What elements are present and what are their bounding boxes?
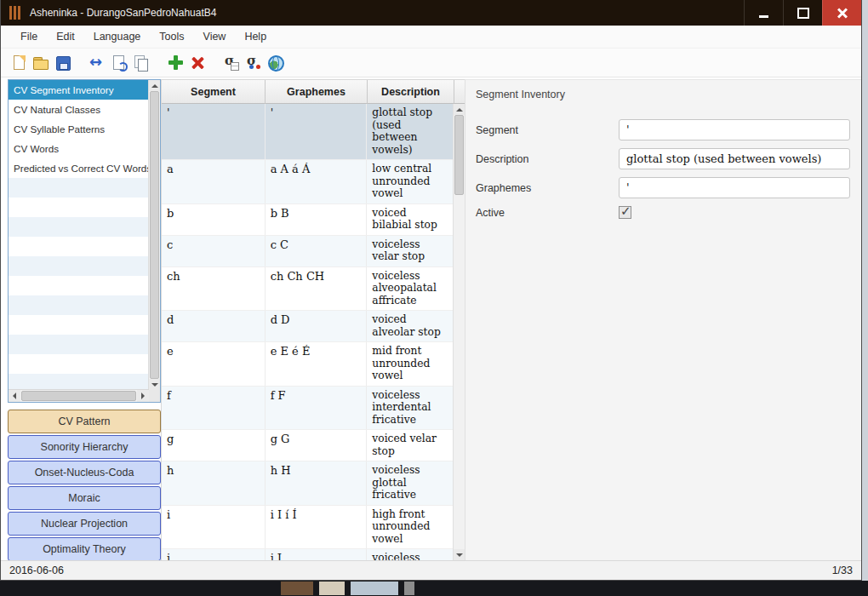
segment-cell[interactable]: ' (162, 104, 266, 159)
graphemes-input[interactable] (619, 177, 850, 198)
menu-item[interactable]: Tools (150, 27, 193, 46)
description-cell[interactable]: voiceless alveopalatal affricate (367, 267, 454, 311)
segment-cell[interactable]: a (162, 160, 266, 203)
segment-row[interactable]: h h H voiceless glottal fricative (162, 461, 454, 506)
description-cell[interactable]: voiceless glottal fricative (367, 461, 454, 505)
globe-icon[interactable] (266, 53, 285, 73)
approach-button[interactable]: Sonority Hierarchy (8, 435, 161, 459)
approach-button[interactable]: Nuclear Projection (8, 512, 161, 536)
sidebar-view-item[interactable]: CV Natural Classes (9, 100, 149, 119)
sidebar-view-item[interactable]: CV Syllable Patterns (9, 119, 149, 139)
segment-row[interactable]: g g G voiced velar stop (162, 430, 454, 461)
taskbar-thumbnail[interactable] (351, 582, 398, 595)
graphemes-cell[interactable]: c C (266, 236, 368, 266)
graphemes-cell[interactable]: g G (266, 430, 368, 461)
graphemes-cell[interactable]: b B (266, 204, 368, 235)
graphemes-cell[interactable]: e E é É (266, 342, 368, 386)
description-cell[interactable]: voiceless velar stop (367, 236, 454, 266)
segment-cell[interactable]: ch (162, 267, 266, 311)
description-cell[interactable]: voiceless glottal fricative (367, 549, 454, 560)
close-button[interactable] (822, 0, 861, 26)
description-cell[interactable]: voiced alveolar stop (367, 311, 454, 341)
segment-cell[interactable]: i (162, 506, 266, 549)
description-cell[interactable]: mid front unrounded vowel (367, 342, 454, 386)
segment-row[interactable]: b b B voiced bilabial stop (162, 204, 454, 236)
menu-item[interactable]: Help (235, 27, 276, 46)
scroll-right-button[interactable] (137, 390, 149, 402)
segment-cell[interactable]: c (162, 236, 266, 266)
graphemes-cell[interactable]: a A á Á (266, 160, 368, 203)
approach-button[interactable]: Onset-Nucleus-Coda (8, 461, 161, 484)
approach-button[interactable]: Moraic (8, 486, 161, 510)
sidebar-scroll-down-button[interactable] (149, 379, 160, 390)
sidebar-view-item[interactable]: CV Words (9, 139, 149, 158)
table-vertical-scrollbar[interactable] (453, 104, 465, 560)
graphemes-cell[interactable]: f F (266, 387, 368, 430)
segment-cell[interactable]: h (162, 461, 266, 505)
taskbar-thumbnail[interactable] (404, 582, 414, 595)
segment-row[interactable]: ' ' glottal stop (used between vowels) (162, 104, 454, 160)
minimize-button[interactable] (744, 0, 783, 26)
segment-cell[interactable]: e (162, 342, 266, 386)
graphemes-cell[interactable]: j J (266, 549, 368, 560)
description-input[interactable] (619, 148, 850, 169)
segment-cell[interactable]: b (162, 204, 266, 235)
sigma-parse-icon[interactable] (244, 53, 263, 73)
description-cell[interactable]: voiced bilabial stop (367, 204, 454, 235)
approach-button[interactable]: Optimality Theory (8, 537, 161, 560)
segment-cell[interactable]: j (162, 549, 266, 560)
description-cell[interactable]: low central unrounded vowel (367, 160, 454, 203)
sidebar-horizontal-scrollbar[interactable] (9, 389, 149, 402)
segment-row[interactable]: e e E é É mid front unrounded vowel (162, 342, 454, 387)
menu-item[interactable]: Edit (47, 27, 84, 46)
segment-cell[interactable]: d (162, 311, 266, 341)
segment-input[interactable] (619, 119, 850, 140)
menu-item[interactable]: View (194, 27, 236, 46)
segment-row[interactable]: c c C voiceless velar stop (162, 236, 454, 267)
column-header[interactable]: Segment (162, 80, 266, 104)
sigma-table-icon[interactable] (222, 53, 241, 73)
segment-row[interactable]: ch ch Ch CH voiceless alveopalatal affri… (162, 267, 454, 312)
scrollbar-thumb[interactable] (454, 115, 464, 195)
column-header[interactable]: Graphemes (266, 80, 368, 104)
sidebar-view-item[interactable]: CV Segment Inventory (9, 80, 149, 100)
paste-icon[interactable] (110, 53, 128, 73)
segment-row[interactable]: d d D voiced alveolar stop (162, 311, 454, 342)
delete-icon[interactable] (188, 53, 207, 73)
scroll-up-button[interactable] (454, 104, 465, 115)
new-file-icon[interactable] (9, 53, 28, 73)
approach-button[interactable]: CV Pattern (8, 410, 161, 433)
windows-taskbar[interactable] (0, 581, 868, 596)
segment-row[interactable]: f f F voiceless interdental fricative (162, 387, 454, 431)
taskbar-thumbnail[interactable] (319, 582, 345, 595)
scrollbar-thumb[interactable] (21, 391, 136, 401)
description-cell[interactable]: voiceless interdental fricative (367, 387, 454, 430)
save-icon[interactable] (54, 53, 72, 73)
description-cell[interactable]: voiced velar stop (367, 430, 454, 461)
menu-item[interactable]: File (11, 27, 47, 46)
description-cell[interactable]: glottal stop (used between vowels) (367, 104, 454, 159)
open-folder-icon[interactable] (31, 53, 50, 73)
graphemes-cell[interactable]: ' (266, 104, 368, 159)
transfer-arrows-icon[interactable] (88, 53, 106, 73)
graphemes-cell[interactable]: h H (266, 461, 368, 505)
sidebar-vertical-scrollbar[interactable] (148, 80, 160, 390)
segment-cell[interactable]: f (162, 387, 266, 430)
add-icon[interactable] (166, 53, 185, 73)
graphemes-cell[interactable]: ch Ch CH (266, 267, 368, 311)
segment-cell[interactable]: g (162, 430, 266, 461)
sidebar-scroll-up-button[interactable] (149, 80, 160, 91)
sidebar-view-item[interactable]: Predicted vs Correct CV Words (9, 158, 149, 178)
scroll-down-button[interactable] (454, 549, 465, 560)
scroll-left-button[interactable] (9, 390, 20, 402)
titlebar[interactable]: Asheninka - DurangoSanPedroNahuatB4 (1, 0, 861, 26)
active-checkbox[interactable] (619, 206, 631, 219)
menu-item[interactable]: Language (84, 27, 151, 46)
taskbar-thumbnail[interactable] (281, 582, 313, 595)
copy-icon[interactable] (132, 53, 151, 73)
maximize-button[interactable] (783, 0, 822, 26)
segment-row[interactable]: j j J voiceless glottal fricative (162, 549, 454, 560)
segment-row[interactable]: a a A á Á low central unrounded vowel (162, 160, 454, 204)
segment-row[interactable]: i i I í Í high front unrounded vowel (162, 506, 454, 550)
graphemes-cell[interactable]: i I í Í (266, 506, 368, 549)
